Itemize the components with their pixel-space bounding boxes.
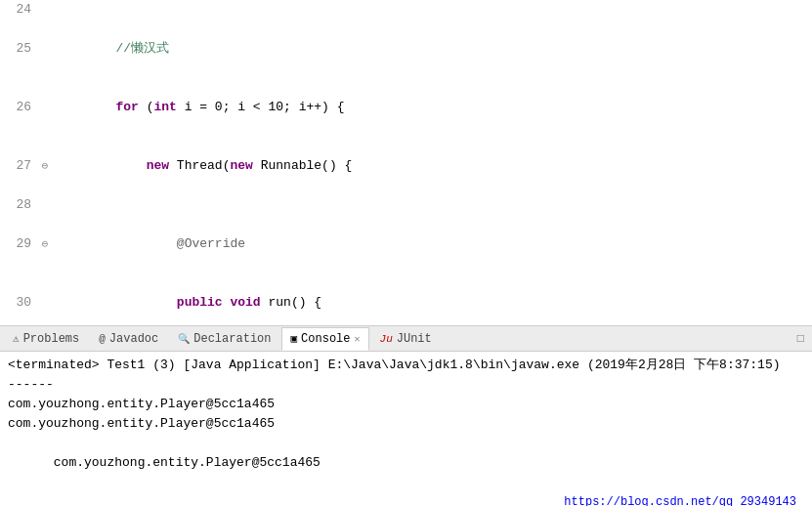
javadoc-icon: @ [99,333,106,345]
keyword: for [115,100,138,114]
code-line: 27 ⊖ new Thread(new Runnable() { [0,137,812,195]
tab-problems-label: Problems [23,332,80,346]
line-number: 27 [0,156,39,176]
code-line: 30 public void run() { [0,274,812,325]
code-line: 29 ⊖ @Override [0,215,812,274]
code-lines: 24 25 //懒汉式 26 for (int i = 0; i < 10; i… [0,0,812,325]
line-content: public void run() { [51,274,812,325]
code-editor[interactable]: 24 25 //懒汉式 26 for (int i = 0; i < 10; i… [0,0,812,325]
line-content: @Override [51,215,812,274]
tab-junit-label: JUnit [397,332,432,346]
console-output-line-2: com.youzhong.entity.Player@5cc1a465 [8,414,804,434]
console-separator: ------ [8,375,804,395]
line-content: new Thread(new Runnable() { [51,137,812,195]
line-number: 30 [0,293,39,313]
code-line: 28 [0,195,812,215]
line-number: 24 [0,0,39,20]
line-marker: ⊖ [39,234,51,254]
code-line: 24 [0,0,812,20]
comment: //懒汉式 [115,41,169,56]
console-output-line-3: com.youzhong.entity.Player@5cc1a465 http… [8,434,804,506]
console-output-line-1: com.youzhong.entity.Player@5cc1a465 [8,395,804,414]
line-content: for (int i = 0; i < 10; i++) { [51,78,812,137]
line-number: 25 [0,39,39,59]
junit-icon: Ju [380,333,393,345]
watermark: https://blog.csdn.net/qq_29349143 [564,492,796,506]
line-number: 28 [0,195,39,215]
tab-javadoc[interactable]: @ Javadoc [90,327,167,351]
tab-declaration[interactable]: 🔍 Declaration [169,327,279,351]
tab-console-label: Console [301,332,350,346]
tab-javadoc-label: Javadoc [109,332,158,346]
line-number: 26 [0,98,39,117]
tab-console[interactable]: ▣ Console ✕ [281,327,368,351]
tabs-bar: ⚠ Problems @ Javadoc 🔍 Declaration ▣ Con… [0,326,812,352]
line-number: 29 [0,234,39,254]
bottom-panel: ⚠ Problems @ Javadoc 🔍 Declaration ▣ Con… [0,325,812,506]
console-icon: ▣ [290,332,297,345]
problems-icon: ⚠ [13,332,20,345]
tab-problems[interactable]: ⚠ Problems [4,327,88,351]
maximize-button[interactable]: □ [793,330,808,348]
console-output-text: com.youzhong.entity.Player@5cc1a465 [54,455,321,470]
console-close-icon[interactable]: ✕ [355,333,361,345]
code-line: 25 //懒汉式 [0,20,812,78]
tab-declaration-label: Declaration [193,332,271,346]
line-marker: ⊖ [39,156,51,176]
line-content: //懒汉式 [51,20,812,78]
console-terminated-line: <terminated> Test1 (3) [Java Application… [8,356,804,375]
declaration-icon: 🔍 [178,333,190,345]
console-output-area[interactable]: <terminated> Test1 (3) [Java Application… [0,352,812,506]
code-line: 26 for (int i = 0; i < 10; i++) { [0,78,812,137]
tab-junit[interactable]: Ju JUnit [371,327,441,351]
